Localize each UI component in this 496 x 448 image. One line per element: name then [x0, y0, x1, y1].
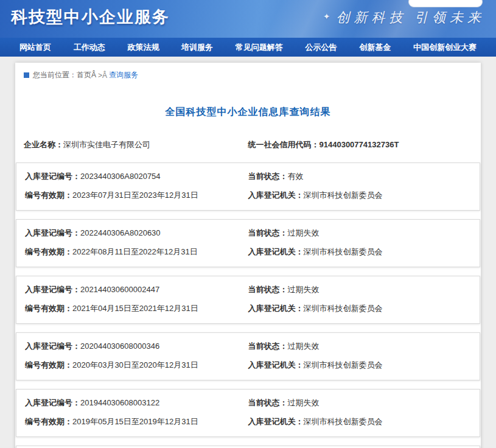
reg-no-field: 入库登记编号：201944030608003122: [25, 397, 248, 408]
main-nav: 网站首页 工作动态 政策法规 培训服务 常见问题解答 公示公告 创新基金 中国创…: [0, 38, 496, 57]
breadcrumb-prefix: 您当前位置：: [33, 70, 77, 80]
status-value: 过期失效: [288, 398, 320, 407]
validity-field: 编号有效期：2019年05月15日至2019年12月31日: [25, 416, 248, 427]
authority-value: 深圳市科技创新委员会: [304, 417, 383, 426]
record-card: 入库登记编号：2022440306A8020630 当前状态：过期失效 编号有效…: [16, 219, 480, 267]
reg-no-label: 入库登记编号：: [25, 285, 80, 294]
validity-label: 编号有效期：: [25, 417, 72, 426]
validity-label: 编号有效期：: [25, 360, 72, 369]
authority-field: 入库登记机关：深圳市科技创新委员会: [248, 190, 472, 201]
company-name-label: 企业名称：: [24, 140, 63, 149]
status-field: 当前状态：过期失效: [248, 341, 472, 352]
record-card: 入库登记编号：202044030608000346 当前状态：过期失效 编号有效…: [16, 332, 480, 380]
validity-label: 编号有效期：: [25, 304, 72, 313]
validity-value: 2021年04月15日至2021年12月31日: [72, 304, 198, 313]
authority-value: 深圳市科技创新委员会: [304, 191, 383, 200]
breadcrumb-home[interactable]: 首页Â: [77, 70, 96, 80]
reg-no-label: 入库登记编号：: [25, 398, 80, 407]
authority-label: 入库登记机关：: [248, 360, 304, 369]
nav-item-work-news[interactable]: 工作动态: [71, 42, 108, 53]
reg-no-value: 2023440306A8020754: [80, 172, 161, 181]
nav-item-announcements[interactable]: 公示公告: [303, 42, 340, 53]
authority-field: 入库登记机关：深圳市科技创新委员会: [248, 247, 472, 257]
status-value: 过期失效: [288, 341, 320, 351]
status-label: 当前状态：: [248, 398, 288, 407]
reg-no-field: 入库登记编号：202144030600002447: [25, 284, 248, 295]
record-card: 入库登记编号：201944030608003122 当前状态：过期失效 编号有效…: [16, 389, 480, 437]
company-info-row: 企业名称：深圳市实佳电子有限公司 统一社会信用代码：91440300774132…: [15, 139, 481, 150]
breadcrumb-separator: >Â: [98, 71, 107, 80]
validity-label: 编号有效期：: [25, 247, 72, 256]
status-value: 有效: [288, 172, 304, 181]
status-field: 当前状态：过期失效: [248, 228, 472, 239]
search-input[interactable]: [408, 0, 483, 7]
validity-value: 2023年07月31日至2023年12月31日: [72, 191, 198, 200]
authority-value: 深圳市科技创新委员会: [304, 247, 383, 256]
reg-no-field: 入库登记编号：202044030608000346: [25, 341, 248, 352]
reg-no-field: 入库登记编号：2023440306A8020754: [25, 171, 248, 182]
nav-item-policies[interactable]: 政策法规: [125, 42, 161, 53]
authority-field: 入库登记机关：深圳市科技创新委员会: [248, 303, 472, 314]
status-field: 当前状态：有效: [248, 171, 472, 182]
status-field: 当前状态：过期失效: [248, 284, 472, 295]
authority-label: 入库登记机关：: [248, 417, 304, 426]
authority-field: 入库登记机关：深圳市科技创新委员会: [248, 360, 472, 371]
company-name-value: 深圳市实佳电子有限公司: [63, 140, 150, 149]
reg-no-value: 202144030600002447: [80, 285, 159, 294]
reg-no-label: 入库登记编号：: [25, 228, 80, 237]
breadcrumb: 您当前位置： 首页Â >Â 查询服务: [15, 68, 481, 80]
header-slogan-text: 创新科技 引领未来: [337, 10, 486, 25]
reg-no-field: 入库登记编号：2022440306A8020630: [25, 228, 248, 239]
validity-value: 2019年05月15日至2019年12月31日: [72, 417, 198, 426]
validity-field: 编号有效期：2021年04月15日至2021年12月31日: [25, 303, 248, 314]
company-name-field: 企业名称：深圳市实佳电子有限公司: [24, 139, 248, 150]
validity-field: 编号有效期：2020年03月30日至2020年12月31日: [25, 360, 248, 371]
nav-item-innovation-fund[interactable]: 创新基金: [357, 42, 393, 53]
status-label: 当前状态：: [248, 172, 288, 181]
credit-code-label: 统一社会信用代码：: [248, 140, 320, 149]
authority-value: 深圳市科技创新委员会: [304, 360, 383, 369]
nav-item-competition[interactable]: 中国创新创业大赛: [411, 42, 479, 53]
page-title: 全国科技型中小企业信息库查询结果: [15, 106, 481, 119]
reg-no-label: 入库登记编号：: [25, 341, 80, 351]
status-label: 当前状态：: [248, 341, 288, 351]
authority-label: 入库登记机关：: [248, 191, 304, 200]
authority-label: 入库登记机关：: [248, 304, 304, 313]
status-value: 过期失效: [288, 285, 320, 294]
authority-field: 入库登记机关：深圳市科技创新委员会: [248, 416, 472, 427]
validity-field: 编号有效期：2022年08月11日至2022年12月31日: [25, 247, 248, 257]
validity-field: 编号有效期：2023年07月31日至2023年12月31日: [25, 190, 248, 201]
record-card: 入库登记编号：202144030600002447 当前状态：过期失效 编号有效…: [16, 276, 480, 324]
validity-value: 2020年03月30日至2020年12月31日: [72, 360, 198, 369]
validity-label: 编号有效期：: [25, 191, 72, 200]
status-label: 当前状态：: [248, 285, 288, 294]
credit-code-field: 统一社会信用代码：91440300774132736T: [248, 139, 473, 150]
authority-value: 深圳市科技创新委员会: [304, 304, 383, 313]
reg-no-label: 入库登记编号：: [25, 172, 80, 181]
status-label: 当前状态：: [248, 228, 288, 237]
nav-item-faq[interactable]: 常见问题解答: [233, 42, 285, 53]
nav-item-home[interactable]: 网站首页: [17, 42, 54, 53]
status-value: 过期失效: [288, 228, 320, 237]
record-card: 入库登记编号：201844030608000155 当前状态：过期失效 编号有效…: [16, 446, 480, 448]
page-body: 您当前位置： 首页Â >Â 查询服务 全国科技型中小企业信息库查询结果 企业名称…: [0, 57, 496, 448]
reg-no-value: 202044030608000346: [80, 341, 159, 351]
reg-no-value: 2022440306A8020630: [80, 228, 161, 237]
status-field: 当前状态：过期失效: [248, 397, 472, 408]
nav-item-training[interactable]: 培训服务: [179, 42, 215, 53]
reg-no-value: 201944030608003122: [80, 398, 159, 407]
breadcrumb-square-icon: [24, 72, 29, 78]
header-slogan: ✦创新科技 引领未来: [323, 9, 485, 27]
content-panel: 您当前位置： 首页Â >Â 查询服务 全国科技型中小企业信息库查询结果 企业名称…: [15, 63, 481, 448]
header-banner: 科技型中小企业服务 ✦创新科技 引领未来: [0, 0, 496, 38]
site-title: 科技型中小企业服务: [11, 6, 170, 28]
credit-code-value: 91440300774132736T: [320, 140, 399, 149]
sparkle-icon: ✦: [323, 12, 330, 21]
breadcrumb-current-link[interactable]: 查询服务: [109, 70, 138, 80]
record-card: 入库登记编号：2023440306A8020754 当前状态：有效 编号有效期：…: [16, 163, 480, 211]
authority-label: 入库登记机关：: [248, 247, 304, 256]
validity-value: 2022年08月11日至2022年12月31日: [72, 247, 198, 256]
